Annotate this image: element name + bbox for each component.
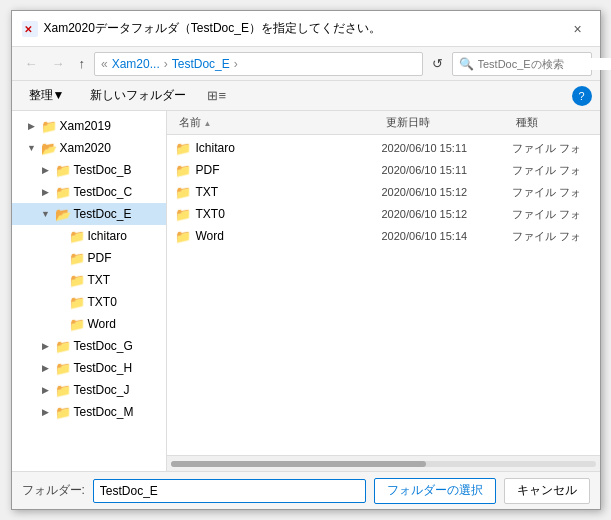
sidebar-item-label: TestDoc_J xyxy=(74,383,130,397)
folder-icon: 📂 xyxy=(55,207,71,222)
file-name: TXT xyxy=(196,185,382,199)
sidebar-item-label: TestDoc_H xyxy=(74,361,133,375)
sidebar-item-label: TXT0 xyxy=(88,295,117,309)
sidebar-item-label: Word xyxy=(88,317,116,331)
expand-icon: ▶ xyxy=(40,164,52,176)
svg-text:✕: ✕ xyxy=(24,24,32,35)
path-icon: « xyxy=(101,57,108,71)
file-type: ファイル フォ xyxy=(512,229,592,244)
file-date: 2020/06/10 15:11 xyxy=(382,142,512,154)
cancel-button[interactable]: キャンセル xyxy=(504,478,590,504)
path-segment-testdoc[interactable]: TestDoc_E xyxy=(172,57,230,71)
table-row[interactable]: 📁 Word 2020/06/10 15:14 ファイル フォ xyxy=(167,225,600,247)
file-date: 2020/06/10 15:12 xyxy=(382,186,512,198)
back-button[interactable]: ← xyxy=(20,53,43,74)
close-button[interactable]: × xyxy=(566,17,590,41)
sidebar-item-label: TestDoc_M xyxy=(74,405,134,419)
col-header-name[interactable]: 名前 ▲ xyxy=(175,115,382,130)
sidebar-item-pdf[interactable]: ▶ 📁 PDF xyxy=(12,247,166,269)
sidebar-item-testdoc-g[interactable]: ▶ 📁 TestDoc_G xyxy=(12,335,166,357)
file-type: ファイル フォ xyxy=(512,207,592,222)
folder-input[interactable] xyxy=(93,479,366,503)
scrollbar-thumb xyxy=(171,461,426,467)
table-row[interactable]: 📁 PDF 2020/06/10 15:11 ファイル フォ xyxy=(167,159,600,181)
sidebar-item-label: TXT xyxy=(88,273,111,287)
sort-arrow: ▲ xyxy=(204,119,212,128)
file-type: ファイル フォ xyxy=(512,163,592,178)
sidebar-item-xam2020[interactable]: ▼ 📂 Xam2020 xyxy=(12,137,166,159)
file-date: 2020/06/10 15:12 xyxy=(382,208,512,220)
sidebar-item-label: TestDoc_G xyxy=(74,339,133,353)
folder-icon: 📁 xyxy=(69,295,85,310)
sidebar-item-testdoc-b[interactable]: ▶ 📁 TestDoc_B xyxy=(12,159,166,181)
sidebar-item-testdoc-j[interactable]: ▶ 📁 TestDoc_J xyxy=(12,379,166,401)
file-name: Ichitaro xyxy=(196,141,382,155)
folder-icon: 📁 xyxy=(175,163,191,178)
file-name: PDF xyxy=(196,163,382,177)
up-button[interactable]: ↑ xyxy=(74,53,91,74)
dialog: ✕ Xam2020データフォルダ（TestDoc_E）を指定してください。 × … xyxy=(11,10,601,510)
expand-icon: ▶ xyxy=(26,120,38,132)
forward-button[interactable]: → xyxy=(47,53,70,74)
new-folder-button[interactable]: 新しいフォルダー xyxy=(81,84,195,107)
help-button[interactable]: ? xyxy=(572,86,592,106)
folder-icon: 📁 xyxy=(55,163,71,178)
search-bar[interactable]: 🔍 xyxy=(452,52,592,76)
title-bar: ✕ Xam2020データフォルダ（TestDoc_E）を指定してください。 × xyxy=(12,11,600,47)
sidebar-item-testdoc-h[interactable]: ▶ 📁 TestDoc_H xyxy=(12,357,166,379)
folder-icon: 📁 xyxy=(55,405,71,420)
expand-icon: ▶ xyxy=(40,186,52,198)
folder-icon: 📁 xyxy=(69,251,85,266)
col-header-type[interactable]: 種類 xyxy=(512,115,592,130)
folder-icon: 📁 xyxy=(55,339,71,354)
sidebar-item-testdoc-m[interactable]: ▶ 📁 TestDoc_M xyxy=(12,401,166,423)
title-bar-left: ✕ Xam2020データフォルダ（TestDoc_E）を指定してください。 xyxy=(22,20,381,37)
table-row[interactable]: 📁 TXT0 2020/06/10 15:12 ファイル フォ xyxy=(167,203,600,225)
sidebar-item-xam2019[interactable]: ▶ 📁 Xam2019 xyxy=(12,115,166,137)
footer: フォルダー: フォルダーの選択 キャンセル xyxy=(12,471,600,509)
folder-label: フォルダー: xyxy=(22,482,85,499)
sidebar-item-testdoc-e[interactable]: ▼ 📂 TestDoc_E xyxy=(12,203,166,225)
sidebar-item-label: TestDoc_C xyxy=(74,185,133,199)
sidebar-item-txt[interactable]: ▶ 📁 TXT xyxy=(12,269,166,291)
organize-button[interactable]: 整理▼ xyxy=(20,84,74,107)
file-name: Word xyxy=(196,229,382,243)
sidebar-item-ichitaro[interactable]: ▶ 📁 Ichitaro xyxy=(12,225,166,247)
search-icon: 🔍 xyxy=(459,57,474,71)
sidebar-item-txt0[interactable]: ▶ 📁 TXT0 xyxy=(12,291,166,313)
expand-icon: ▼ xyxy=(26,142,38,154)
sidebar-item-testdoc-c[interactable]: ▶ 📁 TestDoc_C xyxy=(12,181,166,203)
search-input[interactable] xyxy=(478,58,612,70)
expand-icon: ▶ xyxy=(40,406,52,418)
sidebar-item-label: Xam2019 xyxy=(60,119,111,133)
folder-icon: 📁 xyxy=(175,185,191,200)
file-name: TXT0 xyxy=(196,207,382,221)
view-button[interactable]: ⊞≡ xyxy=(203,86,230,105)
sidebar-item-label: TestDoc_B xyxy=(74,163,132,177)
path-bar[interactable]: « Xam20... › TestDoc_E › xyxy=(94,52,423,76)
folder-icon: 📁 xyxy=(69,317,85,332)
folder-icon: 📁 xyxy=(175,229,191,244)
file-type: ファイル フォ xyxy=(512,141,592,156)
folder-icon: 📁 xyxy=(69,273,85,288)
action-toolbar: 整理▼ 新しいフォルダー ⊞≡ ? xyxy=(12,81,600,111)
nav-toolbar: ← → ↑ « Xam20... › TestDoc_E › ↺ 🔍 xyxy=(12,47,600,81)
folder-icon: 📁 xyxy=(55,185,71,200)
file-date: 2020/06/10 15:14 xyxy=(382,230,512,242)
sidebar-item-word[interactable]: ▶ 📁 Word xyxy=(12,313,166,335)
folder-icon: 📁 xyxy=(175,141,191,156)
refresh-button[interactable]: ↺ xyxy=(427,53,448,74)
table-row[interactable]: 📁 TXT 2020/06/10 15:12 ファイル フォ xyxy=(167,181,600,203)
folder-icon: 📁 xyxy=(41,119,57,134)
main-content: ▶ 📁 Xam2019 ▼ 📂 Xam2020 ▶ 📁 TestDoc_B ▶ … xyxy=(12,111,600,471)
expand-icon: ▶ xyxy=(40,384,52,396)
file-list: 📁 Ichitaro 2020/06/10 15:11 ファイル フォ 📁 PD… xyxy=(167,135,600,455)
table-row[interactable]: 📁 Ichitaro 2020/06/10 15:11 ファイル フォ xyxy=(167,137,600,159)
expand-icon: ▼ xyxy=(40,208,52,220)
horizontal-scrollbar[interactable] xyxy=(167,455,600,471)
select-button[interactable]: フォルダーの選択 xyxy=(374,478,496,504)
path-segment-xam[interactable]: Xam20... xyxy=(112,57,160,71)
col-header-date[interactable]: 更新日時 xyxy=(382,115,512,130)
scrollbar-track xyxy=(171,461,596,467)
sidebar-item-label: Ichitaro xyxy=(88,229,127,243)
